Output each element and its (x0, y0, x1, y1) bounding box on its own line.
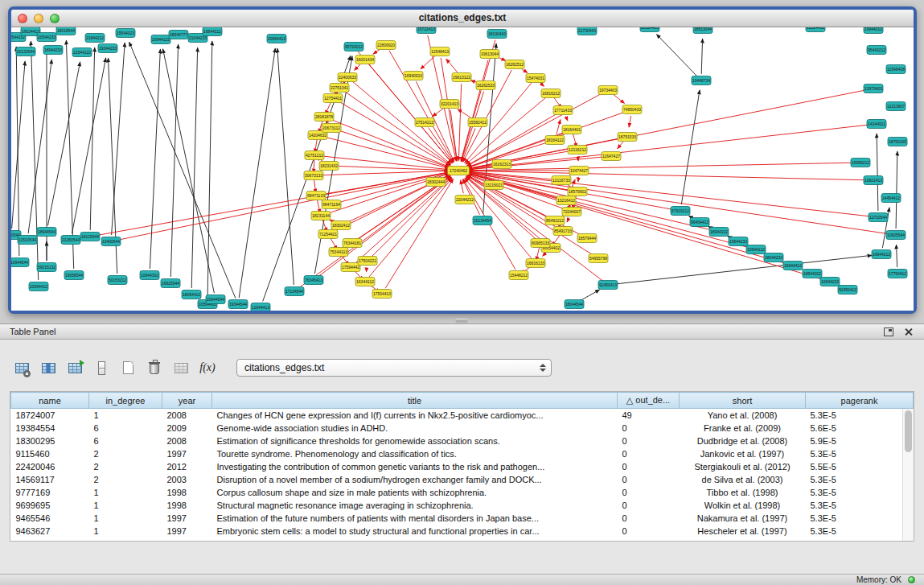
graph-node[interactable]: 19613044 (480, 50, 499, 59)
graph-node[interactable]: 22806920 (376, 41, 396, 50)
graph-node[interactable]: 18018544 (56, 27, 76, 35)
graph-edge[interactable] (97, 172, 449, 236)
graph-edge[interactable] (433, 108, 445, 117)
graph-node[interactable]: 16262512 (505, 60, 524, 69)
graph-edge[interactable] (468, 171, 872, 216)
graph-node[interactable]: 18944233 (43, 46, 63, 55)
graph-edge[interactable] (556, 120, 561, 134)
graph-node[interactable]: 18044233 (764, 253, 783, 262)
graph-node[interactable]: 75344113 (329, 248, 348, 257)
graph-node[interactable]: 18044544 (565, 300, 584, 309)
graph-node[interactable]: 19344233 (98, 44, 117, 53)
graph-edge[interactable] (150, 49, 160, 269)
graph-edge[interactable] (468, 171, 867, 180)
graph-node[interactable]: 13400544 (101, 237, 121, 246)
graph-edge[interactable] (117, 172, 449, 240)
graph-edge[interactable] (339, 101, 450, 166)
graph-edge[interactable] (72, 58, 106, 233)
graph-node[interactable]: 18231144 (311, 212, 331, 220)
graph-edge[interactable] (446, 59, 458, 72)
graph-node[interactable]: 85491733 (553, 227, 573, 236)
graph-edge[interactable] (66, 40, 73, 269)
graph-node[interactable]: 21260544 (61, 236, 80, 245)
graph-edge[interactable] (450, 110, 457, 161)
close-panel-icon[interactable] (904, 328, 913, 336)
graph-node[interactable]: 14344911 (867, 120, 886, 129)
graph-edge[interactable] (385, 179, 454, 288)
table-select-dropdown[interactable]: citations_edges.txt (236, 359, 552, 377)
graph-edge[interactable] (466, 97, 546, 164)
graph-edge[interactable] (896, 151, 897, 229)
graph-node[interactable]: 21544122 (72, 48, 92, 57)
graph-node[interactable]: 12944413 (251, 303, 270, 311)
graph-edge[interactable] (372, 177, 452, 256)
graph-edge[interactable] (543, 253, 547, 257)
graph-edge[interactable] (580, 290, 600, 301)
column-select-icon[interactable] (38, 357, 59, 378)
graph-node[interactable]: 16816212 (541, 89, 561, 98)
graph-node[interactable]: 20944122 (151, 35, 170, 44)
graph-edge[interactable] (458, 84, 461, 161)
table-import-icon[interactable] (64, 357, 85, 378)
graph-node[interactable]: 71254421 (318, 230, 338, 239)
column-header-name[interactable]: name (11, 393, 89, 409)
graph-edge[interactable] (468, 125, 870, 170)
graph-node[interactable]: 16262533 (476, 81, 495, 90)
graph-edge[interactable] (170, 44, 178, 277)
graph-edge[interactable] (681, 90, 700, 204)
graph-node[interactable]: 76344181 (343, 239, 362, 248)
graph-node[interactable]: 12124433 (806, 27, 825, 32)
graph-node[interactable]: 18164122 (545, 136, 565, 145)
graph-edge[interactable] (277, 48, 294, 285)
column-header-out-degree[interactable]: △ out_de... (618, 393, 680, 409)
graph-node[interactable]: 12116733 (552, 176, 571, 185)
graph-node[interactable]: 14454412 (881, 194, 901, 203)
graph-node[interactable]: 17711433 (553, 106, 573, 115)
graph-node[interactable]: 12213907 (886, 102, 906, 111)
graph-node[interactable]: 85491212 (545, 216, 565, 225)
float-panel-icon[interactable] (884, 328, 893, 336)
graph-node[interactable]: 13216021 (484, 181, 503, 190)
function-builder-icon[interactable]: f(x) (197, 357, 218, 378)
graph-edge[interactable] (468, 90, 867, 169)
graph-node[interactable]: 18579444 (577, 234, 597, 243)
graph-node[interactable]: 59015132 (37, 263, 56, 272)
graph-node[interactable]: 32201413 (440, 100, 459, 109)
graph-node[interactable]: 92450413 (598, 281, 618, 290)
graph-edge[interactable] (468, 172, 889, 234)
graph-node[interactable]: 99471133 (306, 192, 326, 200)
graph-node[interactable]: 19944212 (864, 27, 883, 34)
graph-node[interactable]: 92450412 (838, 286, 857, 295)
graph-edge[interactable] (461, 180, 464, 194)
graph-edge[interactable] (28, 60, 51, 233)
graph-edge[interactable] (458, 109, 472, 119)
new-table-icon[interactable] (117, 357, 138, 378)
table-row[interactable]: 1830029562008Estimation of significance … (11, 435, 914, 447)
graph-node[interactable]: 18944102 (709, 228, 729, 237)
graph-node[interactable]: 95724212 (344, 43, 363, 51)
graph-node[interactable]: 20544233 (37, 33, 56, 42)
graph-edge[interactable] (613, 94, 624, 104)
graph-node[interactable]: 99471164 (322, 200, 341, 209)
graph-edge[interactable] (345, 92, 451, 166)
table-row[interactable]: 946362711997Embryonic stem cells: a mode… (11, 525, 914, 538)
graph-edge[interactable] (366, 267, 367, 272)
minimize-window-icon[interactable] (34, 14, 43, 23)
graph-node[interactable]: 21730443 (577, 27, 597, 35)
graph-node[interactable]: 11647427 (602, 152, 621, 161)
graph-node[interactable]: 18753165 (888, 138, 907, 146)
graph-node[interactable]: 11548408 (886, 65, 906, 74)
graph-node[interactable]: 10605544 (886, 231, 906, 240)
table-settings-icon[interactable] (11, 357, 32, 378)
graph-edge[interactable] (358, 51, 452, 163)
graph-node[interactable]: 12548413 (430, 47, 450, 56)
table-row[interactable]: 2242004622012Investigating the contribut… (11, 460, 914, 473)
graph-node[interactable]: 18130443 (487, 30, 507, 39)
graph-node[interactable]: 19058544 (64, 271, 84, 280)
graph-edge[interactable] (352, 81, 451, 164)
graph-edge[interactable] (468, 173, 713, 231)
graph-edge[interactable] (421, 56, 435, 69)
graph-node[interactable]: 18302412 (331, 221, 351, 230)
graph-edge[interactable] (207, 41, 212, 298)
graph-node[interactable]: 17240462 (448, 167, 470, 175)
